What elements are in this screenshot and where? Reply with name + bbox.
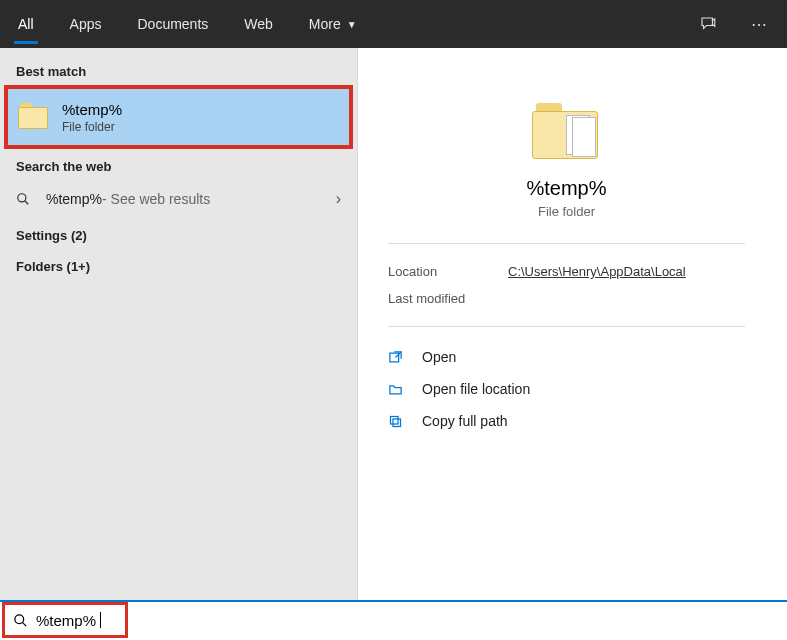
tab-all[interactable]: All xyxy=(0,0,52,48)
best-match-heading: Best match xyxy=(0,54,357,85)
detail-title: %temp% xyxy=(388,177,745,200)
tab-label: Documents xyxy=(137,16,208,32)
open-icon xyxy=(388,350,410,365)
action-open-location[interactable]: Open file location xyxy=(388,373,745,405)
best-match-subtitle: File folder xyxy=(62,120,122,134)
svg-point-0 xyxy=(18,194,26,202)
best-match-result[interactable]: %temp% File folder xyxy=(4,85,353,149)
text-cursor xyxy=(100,612,101,628)
web-result-suffix: - See web results xyxy=(102,191,210,207)
last-modified-label: Last modified xyxy=(388,291,508,306)
search-web-heading: Search the web xyxy=(0,149,357,180)
tab-label: All xyxy=(18,16,34,32)
search-query-text: %temp% xyxy=(36,612,96,629)
folder-large-icon xyxy=(532,103,602,163)
tab-web[interactable]: Web xyxy=(226,0,291,48)
tab-label: Apps xyxy=(70,16,102,32)
feedback-icon[interactable] xyxy=(699,15,739,33)
svg-rect-2 xyxy=(390,353,399,362)
svg-rect-3 xyxy=(393,419,401,427)
action-label: Copy full path xyxy=(422,413,508,429)
action-copy-path[interactable]: Copy full path xyxy=(388,405,745,437)
web-result-row[interactable]: %temp% - See web results › xyxy=(0,180,357,218)
results-panel: Best match %temp% File folder Search the… xyxy=(0,48,358,600)
folder-open-icon xyxy=(388,382,410,397)
folder-icon xyxy=(18,103,50,131)
tab-label: More xyxy=(309,16,341,32)
settings-heading[interactable]: Settings (2) xyxy=(0,218,357,249)
location-value[interactable]: C:\Users\Henry\AppData\Local xyxy=(508,264,686,279)
svg-line-1 xyxy=(25,201,29,205)
folders-heading[interactable]: Folders (1+) xyxy=(0,249,357,280)
chevron-down-icon: ▼ xyxy=(347,19,357,30)
tab-documents[interactable]: Documents xyxy=(119,0,226,48)
search-icon xyxy=(16,192,36,206)
chevron-right-icon: › xyxy=(336,190,341,208)
copy-icon xyxy=(388,414,410,429)
tab-label: Web xyxy=(244,16,273,32)
more-options-icon[interactable]: ⋯ xyxy=(739,15,779,34)
action-label: Open file location xyxy=(422,381,530,397)
search-icon xyxy=(13,613,28,628)
svg-rect-4 xyxy=(391,416,399,424)
svg-line-6 xyxy=(22,622,26,626)
action-label: Open xyxy=(422,349,456,365)
search-bar[interactable]: %temp% xyxy=(0,600,787,640)
detail-panel: %temp% File folder Location C:\Users\Hen… xyxy=(358,60,775,588)
action-open[interactable]: Open xyxy=(388,341,745,373)
tab-apps[interactable]: Apps xyxy=(52,0,120,48)
tab-more[interactable]: More ▼ xyxy=(291,0,375,48)
best-match-title: %temp% xyxy=(62,101,122,118)
location-label: Location xyxy=(388,264,508,279)
header-tabs: All Apps Documents Web More ▼ ⋯ xyxy=(0,0,787,48)
detail-subtitle: File folder xyxy=(388,204,745,219)
web-result-query: %temp% xyxy=(46,191,102,207)
search-input-highlight[interactable]: %temp% xyxy=(2,602,128,638)
svg-point-5 xyxy=(15,614,24,623)
